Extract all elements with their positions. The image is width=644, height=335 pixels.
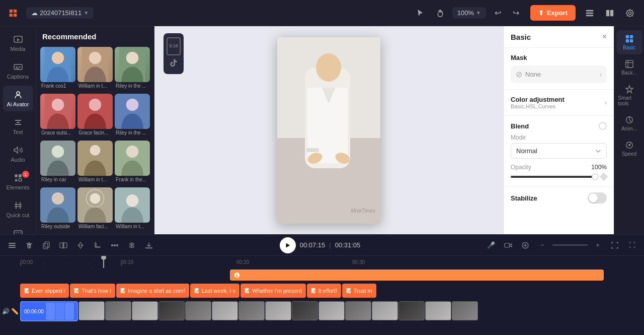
- track-edit-icon[interactable]: ✏️: [11, 308, 19, 315]
- opacity-thumb[interactable]: [592, 173, 599, 180]
- far-right-smart-tools[interactable]: Smart tools: [616, 81, 642, 110]
- tl-duplicate-btn[interactable]: [39, 238, 53, 252]
- tl-mic-btn[interactable]: 🎤: [484, 238, 498, 252]
- video-thumb-7[interactable]: [238, 301, 265, 320]
- tl-zoom-in-btn[interactable]: +: [591, 238, 605, 252]
- sidebar-item-captions[interactable]: Captions: [3, 58, 33, 84]
- sidebar-item-quick-cut[interactable]: Quick cut: [3, 196, 33, 222]
- blend-mode-select[interactable]: Normal Multiply Screen Overlay: [511, 143, 607, 159]
- tl-delete-btn[interactable]: [22, 238, 36, 252]
- svg-point-25: [52, 146, 64, 158]
- stabilize-toggle[interactable]: [588, 192, 607, 204]
- project-name-btn[interactable]: ☁ 20240715I811 ▼: [26, 7, 94, 19]
- caption-text-6: Trust m: [354, 288, 372, 294]
- caption-chip-5[interactable]: 📝 It effort!: [307, 284, 341, 298]
- tl-reorder-btn[interactable]: [5, 238, 19, 252]
- list-item[interactable]: William in t...: [115, 187, 150, 232]
- sidebar-item-keyboard[interactable]: [3, 224, 33, 234]
- tl-more-btn[interactable]: [108, 238, 122, 252]
- volume-slider[interactable]: [552, 244, 588, 246]
- hand-tool-btn[interactable]: [432, 5, 448, 21]
- track-volume-icon[interactable]: 🔊: [2, 308, 10, 315]
- caption-icon: 📝: [346, 288, 352, 293]
- list-item[interactable]: William in t...: [77, 47, 113, 92]
- video-thumb-1[interactable]: [78, 301, 105, 320]
- zoom-control[interactable]: 100% ▼: [452, 7, 486, 19]
- tl-split-btn[interactable]: [56, 238, 70, 252]
- video-thumb-14[interactable]: [425, 301, 451, 320]
- blend-title: Blend: [511, 122, 529, 130]
- caption-chip-1[interactable]: 📝 That's how I: [70, 284, 115, 298]
- sidebar-item-media[interactable]: Media: [3, 30, 33, 56]
- list-item[interactable]: William faci...: [77, 187, 113, 232]
- mask-control[interactable]: ⊘ None ›: [511, 65, 607, 83]
- list-item[interactable]: Riley in the ...: [115, 94, 150, 139]
- video-thumb-9[interactable]: [292, 301, 318, 320]
- list-item[interactable]: Grace outsi...: [40, 94, 75, 139]
- redo-btn[interactable]: ↪: [508, 5, 524, 21]
- far-right-basic[interactable]: Basic: [616, 30, 642, 54]
- ruler-mark-1: 00:10: [121, 259, 133, 265]
- undo-btn[interactable]: ↩: [490, 5, 506, 21]
- close-panel-btn[interactable]: ×: [602, 32, 607, 41]
- caption-chip-3[interactable]: 📝 Last week, I v: [190, 284, 239, 298]
- blend-check[interactable]: [599, 122, 607, 130]
- orange-track-bar[interactable]: [230, 270, 604, 281]
- video-thumb-10[interactable]: [318, 301, 345, 320]
- settings-btn[interactable]: [622, 5, 638, 21]
- caption-text-4: Whether I'm present: [252, 288, 302, 294]
- list-item[interactable]: William in t...: [77, 141, 113, 185]
- list-item[interactable]: Riley outside: [40, 187, 75, 232]
- video-thumb-4[interactable]: [158, 301, 185, 320]
- video-clip-selected[interactable]: 00:06:00: [20, 301, 78, 321]
- tl-fullscreen-btn[interactable]: ⛶: [625, 238, 639, 252]
- video-thumb-8[interactable]: [265, 301, 291, 320]
- svg-point-19: [52, 99, 64, 111]
- tl-audio-split-btn[interactable]: [518, 238, 532, 252]
- video-thumb-11[interactable]: [345, 301, 371, 320]
- far-right-background[interactable]: Back...: [616, 55, 642, 80]
- sidebar-item-elements[interactable]: 1 Elements: [3, 169, 33, 194]
- video-thumb-12[interactable]: [372, 301, 398, 320]
- video-thumb-5[interactable]: [185, 301, 211, 320]
- sidebar-item-ai-avatar[interactable]: Ai Avator: [3, 86, 33, 111]
- opacity-slider[interactable]: [511, 176, 598, 178]
- caption-chip-0[interactable]: 📝 Ever slipped i: [20, 284, 69, 298]
- list-item[interactable]: Frank cos1: [40, 47, 75, 92]
- video-thumb-6[interactable]: [212, 301, 238, 320]
- far-right-speed[interactable]: Speed: [616, 137, 642, 161]
- list-item[interactable]: Frank in the...: [115, 141, 150, 185]
- tl-zoom-out-btn[interactable]: −: [535, 238, 549, 252]
- tl-fit-btn[interactable]: [608, 238, 622, 252]
- export-button[interactable]: ⬆ Export: [530, 5, 576, 21]
- pointer-tool-btn[interactable]: [412, 5, 428, 21]
- tl-download-btn[interactable]: [142, 238, 156, 252]
- ruler-mark-0: 00:00: [20, 259, 33, 265]
- split-view-btn[interactable]: [602, 5, 618, 21]
- far-right-animation[interactable]: Anim...: [616, 111, 642, 136]
- list-item[interactable]: Riley in car: [40, 141, 75, 185]
- tl-align-v-btn[interactable]: [125, 238, 139, 252]
- layout-list-btn[interactable]: [582, 5, 598, 21]
- timeline-area: 00:07:15 | 00:31:05 🎤 − + ⛶ 00:00 00:10: [0, 234, 644, 335]
- caption-chip-6[interactable]: 📝 Trust m: [342, 284, 376, 298]
- caption-chip-2[interactable]: 📝 Imagine a shirt as com!: [116, 284, 189, 298]
- svg-rect-67: [505, 243, 510, 247]
- sidebar-item-text[interactable]: Text: [3, 113, 33, 139]
- time-separator: |: [329, 241, 331, 249]
- color-adjustment-section[interactable]: Color adjustment Basic,HSL,Curves ›: [504, 90, 614, 116]
- tl-crop-btn[interactable]: [91, 238, 105, 252]
- video-thumb-13[interactable]: [398, 301, 425, 320]
- caption-chip-4[interactable]: 📝 Whether I'm present: [240, 284, 306, 298]
- sidebar-item-audio[interactable]: Audio: [3, 141, 33, 167]
- opacity-reset-diamond[interactable]: [600, 173, 608, 181]
- tl-video-settings-btn[interactable]: [501, 238, 515, 252]
- video-thumb-3[interactable]: [132, 301, 158, 320]
- list-item[interactable]: Riley in the ...: [115, 47, 150, 92]
- video-thumb-15[interactable]: [452, 301, 478, 320]
- tl-flip-btn[interactable]: [73, 238, 88, 252]
- list-item[interactable]: Grace facin...: [77, 94, 113, 139]
- play-button[interactable]: [280, 237, 296, 253]
- color-adj-row[interactable]: Color adjustment Basic,HSL,Curves ›: [511, 96, 607, 109]
- video-thumb-2[interactable]: [105, 301, 131, 320]
